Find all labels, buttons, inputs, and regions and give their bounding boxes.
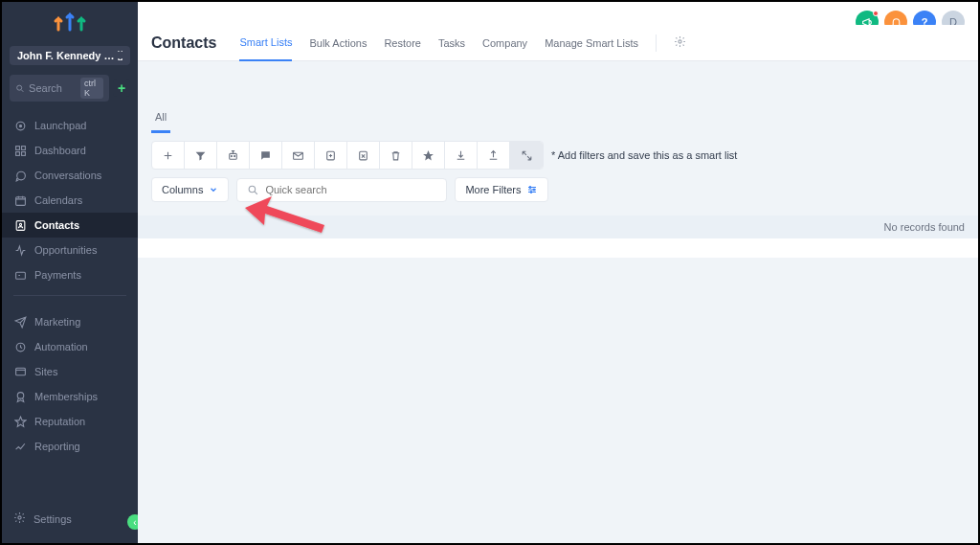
import-button[interactable] — [445, 142, 478, 169]
svg-rect-10 — [15, 272, 25, 279]
email-button[interactable] — [282, 142, 315, 169]
sidebar-item-payments[interactable]: Payments — [2, 262, 138, 287]
more-filters-label: More Filters — [465, 184, 521, 195]
search-kbd: ctrl K — [80, 78, 103, 99]
svg-point-2 — [19, 125, 21, 126]
toolbar: * Add filters and save this as a smart l… — [151, 141, 965, 170]
automation-icon — [13, 340, 27, 353]
more-filters-button[interactable]: More Filters — [455, 177, 548, 202]
search-icon — [15, 82, 25, 95]
sidebar-item-dashboard[interactable]: Dashboard — [2, 138, 138, 163]
pipeline-remove-button[interactable] — [347, 142, 380, 169]
subnav-smart-lists[interactable]: Smart Lists — [239, 25, 292, 61]
nav-group-1: Launchpad Dashboard Conversations Calend… — [2, 113, 138, 287]
nav-label: Marketing — [34, 316, 80, 328]
sms-button[interactable] — [250, 142, 282, 169]
subnav-company[interactable]: Company — [482, 26, 527, 60]
svg-point-23 — [529, 187, 531, 189]
sidebar-add-button[interactable]: + — [113, 79, 130, 97]
org-name: John F. Kennedy Internati... — [17, 50, 116, 61]
subnav: Contacts Smart Lists Bulk Actions Restor… — [138, 25, 978, 61]
logo — [2, 2, 138, 42]
nav-label: Reporting — [34, 441, 80, 452]
svg-rect-5 — [15, 151, 19, 155]
toolbar-hint: * Add filters and save this as a smart l… — [551, 149, 737, 161]
search-icon — [247, 184, 259, 196]
svg-point-14 — [18, 516, 21, 519]
chevron-down-icon — [209, 185, 218, 194]
quick-search[interactable] — [236, 178, 447, 202]
nav-label: Automation — [34, 341, 88, 352]
svg-rect-4 — [21, 146, 25, 149]
sidebar-search[interactable]: ctrl K — [10, 75, 109, 102]
sidebar-item-marketing[interactable]: Marketing — [2, 309, 138, 334]
send-icon — [13, 315, 27, 329]
tab-bar: All — [138, 102, 978, 133]
table-body — [138, 238, 978, 258]
opportunities-icon — [13, 243, 27, 257]
sidebar-item-conversations[interactable]: Conversations — [2, 163, 138, 188]
nav-label: Conversations — [34, 170, 101, 181]
svg-rect-6 — [21, 151, 25, 155]
subnav-bulk-actions[interactable]: Bulk Actions — [309, 26, 367, 60]
calendar-icon — [13, 193, 27, 207]
payments-icon — [13, 268, 27, 282]
sidebar-item-memberships[interactable]: Memberships — [2, 384, 138, 409]
sidebar-search-input[interactable] — [29, 82, 77, 94]
subnav-restore[interactable]: Restore — [384, 26, 421, 60]
nav-group-2: Marketing Automation Sites Memberships R… — [2, 309, 138, 459]
nav-label: Payments — [34, 269, 81, 281]
table-header: No records found — [138, 216, 978, 238]
sidebar-item-calendars[interactable]: Calendars — [2, 188, 138, 213]
sidebar-item-opportunities[interactable]: Opportunities — [2, 238, 138, 262]
svg-point-22 — [250, 186, 256, 193]
filter-row: Columns More Filters — [151, 177, 965, 202]
sidebar-item-reporting[interactable]: Reporting — [2, 434, 138, 459]
table-area: No records found — [138, 216, 978, 258]
expand-button[interactable] — [510, 142, 543, 169]
star-icon — [13, 415, 27, 428]
main: ? D Contacts Smart Lists Bulk Actions Re… — [138, 2, 978, 543]
svg-point-17 — [231, 155, 232, 156]
svg-point-18 — [234, 155, 235, 156]
svg-point-15 — [679, 39, 681, 42]
nav-label: Sites — [34, 366, 57, 377]
sites-icon — [13, 365, 27, 378]
sidebar-item-reputation[interactable]: Reputation — [2, 409, 138, 434]
org-selector[interactable]: John F. Kennedy Internati... ⌃⌄ — [10, 46, 130, 65]
sidebar-item-sites[interactable]: Sites — [2, 359, 138, 384]
delete-button[interactable] — [380, 142, 412, 169]
nav-label: Dashboard — [34, 145, 86, 156]
robot-button[interactable] — [217, 142, 250, 169]
quick-search-input[interactable] — [265, 184, 436, 195]
content: All * Add filters and save — [138, 102, 978, 543]
sidebar-item-automation[interactable]: Automation — [2, 334, 138, 359]
badge-icon — [13, 390, 27, 403]
export-button[interactable] — [478, 142, 510, 169]
chat-icon — [13, 169, 27, 182]
notification-dot — [873, 11, 879, 16]
nav-label: Reputation — [34, 416, 85, 427]
add-button[interactable] — [152, 142, 185, 169]
gear-icon — [13, 511, 26, 526]
tab-all[interactable]: All — [151, 102, 170, 133]
rocket-icon — [13, 119, 27, 132]
nav-label: Contacts — [34, 219, 79, 231]
nav-divider — [13, 295, 126, 296]
svg-point-25 — [530, 192, 532, 193]
pipeline-add-button[interactable] — [315, 142, 347, 169]
star-button[interactable] — [412, 142, 445, 169]
subnav-divider — [656, 34, 657, 52]
sidebar: John F. Kennedy Internati... ⌃⌄ ctrl K +… — [2, 2, 138, 543]
sidebar-item-launchpad[interactable]: Launchpad — [2, 113, 138, 138]
subnav-manage-smart-lists[interactable]: Manage Smart Lists — [545, 26, 638, 60]
filter-button[interactable] — [185, 142, 217, 169]
chart-icon — [13, 440, 27, 453]
nav-label: Launchpad — [34, 120, 86, 131]
columns-button[interactable]: Columns — [151, 177, 229, 202]
subnav-settings-button[interactable] — [674, 35, 686, 51]
subnav-tasks[interactable]: Tasks — [438, 26, 465, 60]
sidebar-item-settings[interactable]: Settings — [2, 506, 138, 532]
grid-icon — [13, 144, 27, 157]
sidebar-item-contacts[interactable]: Contacts — [2, 213, 138, 238]
